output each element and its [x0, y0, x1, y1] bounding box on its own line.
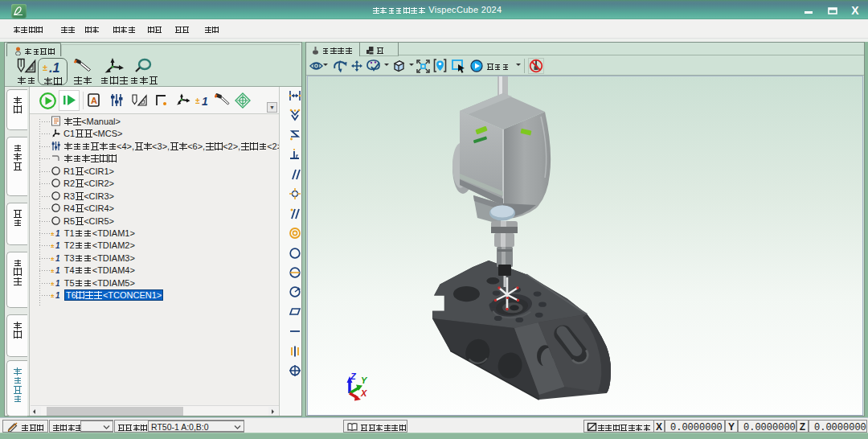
- svg-text:1: 1: [55, 254, 60, 263]
- svg-text:1: 1: [202, 95, 208, 108]
- svg-text:Y: Y: [361, 375, 368, 385]
- svg-text:±: ±: [195, 96, 200, 105]
- svg-text:X: X: [360, 388, 367, 398]
- svg-text:±: ±: [43, 63, 47, 72]
- svg-text:1: 1: [55, 266, 60, 275]
- svg-text:1: 1: [55, 229, 60, 238]
- svg-text:A: A: [91, 96, 97, 105]
- svg-text:±: ±: [51, 280, 55, 287]
- svg-text:±: ±: [51, 255, 55, 262]
- svg-text:Z: Z: [350, 371, 357, 381]
- svg-text:±: ±: [51, 230, 55, 237]
- svg-text:±: ±: [51, 267, 55, 274]
- svg-text:1: 1: [55, 241, 60, 250]
- svg-text:±: ±: [51, 292, 55, 299]
- svg-text:.1: .1: [49, 61, 59, 75]
- svg-text:1: 1: [55, 291, 60, 300]
- svg-text:±: ±: [51, 242, 55, 249]
- svg-text:1: 1: [55, 279, 60, 288]
